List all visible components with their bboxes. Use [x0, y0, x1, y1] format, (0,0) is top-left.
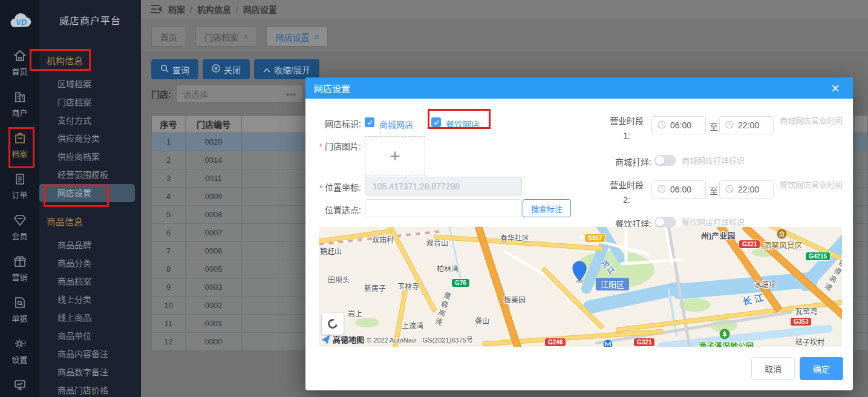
submenu-item[interactable]: 商品内容备注 — [39, 345, 141, 363]
mall-store-checkbox[interactable] — [365, 117, 374, 127]
cell-hidden2 — [855, 206, 867, 223]
cell-code: 0007 — [186, 224, 242, 241]
cell-hidden2 — [855, 133, 867, 151]
tab-close-icon[interactable]: × — [243, 32, 248, 42]
submenu-item[interactable]: 机构信息 — [39, 51, 141, 71]
toolbar: 查询 关闭 收缩/展开 — [151, 59, 319, 79]
cell-seq: 10 — [152, 297, 186, 314]
submenu-item[interactable]: 商品信息 — [39, 212, 141, 232]
mall-store-checkbox-label[interactable]: 商城网店 — [379, 118, 413, 130]
close-icon[interactable]: × — [831, 81, 840, 96]
hours2-end-time[interactable]: 22:00 — [719, 180, 774, 198]
map-loading-control[interactable] — [322, 313, 344, 335]
confirm-button[interactable]: 确定 — [800, 357, 843, 380]
map-label: 板栗园 — [504, 294, 526, 304]
rail-item-icon — [13, 172, 27, 186]
map-label: 柏林湾 — [437, 263, 458, 274]
submenu-item[interactable]: 商品数字备注 — [39, 363, 141, 381]
submenu-item[interactable]: 商品品牌 — [39, 236, 141, 254]
tab-label: 首页 — [160, 31, 177, 43]
store-select-placeholder: 请选择 — [183, 88, 286, 100]
breadcrumb-item[interactable]: 网店设置 — [243, 3, 277, 15]
query-button[interactable]: 查询 — [151, 59, 198, 79]
rail-nav-item[interactable]: 会员 — [0, 207, 39, 248]
rail-nav-item[interactable]: 设置 — [0, 330, 39, 372]
coords-input[interactable] — [365, 177, 522, 195]
submenu-item[interactable]: 供应商档案 — [39, 148, 141, 166]
breadcrumb-item[interactable]: 档案 — [168, 3, 197, 15]
dialog-header: 网店设置 × — [305, 77, 853, 99]
rail-nav-item[interactable]: 档案 — [0, 125, 39, 166]
location-map[interactable]: 鹅赶山双庙村观音山春华社区柏林湾田坝头新房子玉林寺岩上上流湾龚山板栗园水塘坝瓦窑… — [319, 227, 842, 347]
submenu-item[interactable]: 网店设置 — [39, 184, 135, 202]
submenu-item[interactable]: 支付方式 — [39, 111, 141, 130]
amap-logo-icon — [321, 335, 330, 344]
store-filter-label: 门店: — [151, 88, 171, 100]
cell-code: 0005 — [186, 260, 242, 278]
tab[interactable]: 门店档案 × — [195, 27, 257, 47]
submenu-item[interactable]: 门店档案 — [39, 93, 141, 111]
mall-closed-hint: 商城网店打烊标识 — [682, 156, 745, 166]
collapse-expand-button[interactable]: 收缩/展开 — [254, 59, 319, 79]
rail-nav-item[interactable]: 单据 — [0, 289, 39, 330]
submenu-item[interactable]: 区域档案 — [39, 75, 141, 93]
rail-item-icon — [13, 131, 27, 145]
cell-code: 0009 — [186, 188, 242, 205]
park-tree-icon — [719, 329, 730, 342]
app-title: 威店商户平台 — [39, 0, 141, 42]
hours2-start-time[interactable]: 06:00 — [651, 180, 706, 198]
rail-nav-item[interactable]: 商户 — [0, 84, 39, 125]
search-mark-button[interactable]: 搜索标注 — [523, 199, 571, 217]
store-select[interactable]: 请选择 ••• — [176, 85, 303, 103]
location-pin-icon[interactable] — [572, 261, 587, 286]
submenu-item[interactable]: 线上分类 — [39, 290, 141, 309]
map-label: 玉林寺 — [397, 281, 419, 291]
submenu-item[interactable]: 商品分类 — [39, 254, 141, 272]
scenic-area-icon — [777, 229, 787, 241]
dining-store-checkbox[interactable] — [431, 117, 441, 127]
rail-nav-item[interactable]: 订单 — [0, 166, 39, 207]
submenu-item[interactable]: 线上商品 — [39, 309, 141, 327]
icon-rail-sidebar: VD 首页 商户 档案 — [0, 0, 39, 397]
map-label: 上流湾 — [402, 320, 423, 330]
road-badge: S307 — [585, 234, 605, 242]
hours1-start-time[interactable]: 06:00 — [651, 116, 706, 134]
map-label: 桔子坎村 — [795, 336, 824, 347]
tab-close-icon[interactable]: × — [314, 32, 319, 42]
rail-nav-item[interactable]: 数据 — [0, 372, 39, 397]
cell-seq: 12 — [152, 333, 186, 350]
submenu-item[interactable]: 商品门店价格 — [39, 381, 141, 397]
store-image-label: 门店图片: — [310, 140, 361, 152]
map-park — [355, 318, 379, 327]
rail-item-icon — [13, 378, 27, 392]
breadcrumb-item[interactable]: 机构信息 — [197, 3, 243, 15]
submenu-item[interactable]: 商品档案 — [39, 272, 141, 290]
hours1-end-time[interactable]: 22:00 — [719, 116, 774, 134]
submenu-item[interactable]: 经营范围模板 — [39, 166, 141, 184]
submenu-item[interactable]: 商品单位 — [39, 327, 141, 345]
cell-seq: 4 — [152, 188, 186, 205]
rail-item-icon — [13, 255, 27, 268]
rail-nav-item[interactable]: 首页 — [0, 42, 39, 84]
table-header-hidden2 — [855, 116, 867, 133]
dining-store-checkbox-label[interactable]: 餐饮网店 — [446, 118, 480, 130]
location-pick-input[interactable] — [365, 199, 522, 217]
map-label: 江阳区 — [596, 278, 629, 290]
ellipsis-icon: ••• — [286, 90, 296, 99]
mall-closed-toggle[interactable] — [654, 155, 676, 166]
map-label: 田坝头 — [328, 274, 350, 284]
rail-nav-item[interactable]: 营销 — [0, 248, 39, 289]
cell-hidden2 — [855, 151, 867, 169]
cell-hidden2 — [855, 260, 867, 278]
close-button[interactable]: 关闭 — [203, 59, 250, 79]
dining-closed-toggle[interactable] — [654, 217, 676, 228]
cell-seq: 3 — [152, 169, 186, 187]
submenu-item[interactable]: 供应商分类 — [39, 130, 141, 148]
image-upload-box[interactable] — [365, 136, 425, 176]
tab[interactable]: 首页 — [151, 27, 186, 47]
cancel-button[interactable]: 取消 — [751, 357, 795, 380]
mall-closed-label: 商城打烊: — [591, 156, 651, 168]
tab[interactable]: 网店设置 × — [266, 27, 328, 47]
hours2-hint: 餐饮网店营业时间 — [780, 180, 846, 191]
collapse-menu-icon[interactable] — [151, 5, 162, 13]
